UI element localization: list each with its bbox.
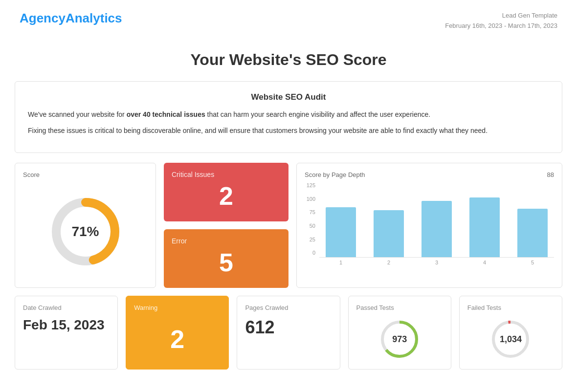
bar-chart-header: Score by Page Depth 88: [305, 171, 554, 178]
audit-card: Website SEO Audit We've scanned your web…: [15, 81, 562, 153]
bar-group-3: [415, 182, 458, 257]
x-label-4: 4: [463, 260, 506, 265]
x-label-2: 2: [367, 260, 410, 265]
audit-line1-bold: over 40 technical issues: [127, 110, 205, 118]
x-label-1: 1: [319, 260, 362, 265]
date-range: February 16th, 2023 - March 17th, 2023: [445, 21, 557, 31]
header: AgencyAnalytics Lead Gen Template Februa…: [0, 0, 577, 36]
bar-group-5: [511, 182, 554, 257]
bar-chart-score: 88: [547, 171, 554, 178]
bar-group-1: [319, 182, 362, 257]
x-labels: 1 2 3 4 5: [319, 260, 554, 265]
page-title: Your Website's SEO Score: [20, 51, 557, 69]
page-title-section: Your Website's SEO Score: [0, 36, 577, 81]
pages-crawled-value: 612: [245, 317, 332, 338]
audit-text-2: Fixing these issues is critical to being…: [28, 125, 549, 137]
score-card: Score 71%: [15, 163, 156, 288]
pages-crawled-label: Pages Crawled: [245, 304, 332, 311]
bar-chart-title: Score by Page Depth: [305, 171, 365, 178]
y-axis: 125 100 75 50 25 0: [305, 182, 319, 265]
bars-inner: [319, 182, 554, 258]
date-crawled-value: Feb 15, 2023: [23, 317, 110, 333]
bar-4: [469, 197, 500, 257]
error-card: Error 5: [164, 229, 288, 288]
audit-line1-suffix: that can harm your search engine visibil…: [205, 110, 430, 118]
pages-crawled-card: Pages Crawled 612: [237, 296, 340, 370]
failed-tests-value: 1,034: [500, 334, 522, 345]
warning-card: Warning 2: [126, 296, 229, 370]
bar-chart-area: 125 100 75 50 25 0: [305, 182, 554, 265]
error-label: Error: [172, 237, 281, 245]
logo-plain: Agency: [20, 11, 66, 25]
x-label-5: 5: [511, 260, 554, 265]
warning-label: Warning: [134, 304, 221, 311]
main-content: Website SEO Audit We've scanned your web…: [0, 81, 577, 392]
bars-area: 1 2 3 4 5: [319, 182, 554, 265]
passed-tests-label: Passed Tests: [356, 304, 443, 311]
y-label-125: 125: [307, 182, 315, 188]
metrics-row-2: Date Crawled Feb 15, 2023 Warning 2 Page…: [15, 296, 562, 370]
bar-chart-card: Score by Page Depth 88 125 100 75 50 25 …: [296, 163, 562, 288]
y-label-25: 25: [310, 237, 315, 242]
audit-card-title: Website SEO Audit: [28, 92, 549, 102]
passed-tests-value: 973: [392, 334, 407, 345]
failed-tests-label: Failed Tests: [467, 304, 554, 311]
score-label: Score: [23, 171, 40, 178]
critical-label: Critical Issues: [172, 171, 281, 178]
logo: AgencyAnalytics: [20, 11, 122, 26]
failed-tests-donut: 1,034: [467, 317, 554, 361]
audit-text-1: We've scanned your website for over 40 t…: [28, 109, 549, 121]
critical-issues-card: Critical Issues 2: [164, 163, 288, 221]
date-crawled-label: Date Crawled: [23, 304, 110, 311]
template-name: Lead Gen Template: [445, 11, 557, 21]
bar-group-2: [367, 182, 410, 257]
bar-2: [374, 210, 404, 257]
logo-bold: Analytics: [66, 11, 122, 25]
failed-tests-card: Failed Tests 1,034: [459, 296, 562, 370]
x-label-3: 3: [415, 260, 458, 265]
bar-1: [326, 207, 356, 258]
warning-value: 2: [134, 317, 221, 361]
issues-column: Critical Issues 2 Error 5: [164, 163, 288, 288]
date-crawled-card: Date Crawled Feb 15, 2023: [15, 296, 118, 370]
error-value: 5: [172, 245, 281, 280]
y-label-75: 75: [310, 209, 315, 215]
bar-group-4: [463, 182, 506, 257]
critical-value: 2: [172, 178, 281, 214]
bar-5: [517, 209, 548, 257]
y-label-100: 100: [307, 196, 315, 202]
metrics-row-1: Score 71% Critical Issues 2 Error 5: [15, 163, 562, 288]
score-donut-container: 71%: [23, 183, 148, 280]
passed-tests-donut: 973: [356, 317, 443, 361]
score-value: 71%: [71, 224, 99, 240]
y-label-0: 0: [312, 250, 315, 256]
passed-tests-card: Passed Tests 973: [348, 296, 451, 370]
y-label-50: 50: [310, 223, 315, 229]
header-meta: Lead Gen Template February 16th, 2023 - …: [445, 11, 557, 31]
audit-line1-prefix: We've scanned your website for: [28, 110, 127, 118]
bar-3: [422, 201, 452, 257]
